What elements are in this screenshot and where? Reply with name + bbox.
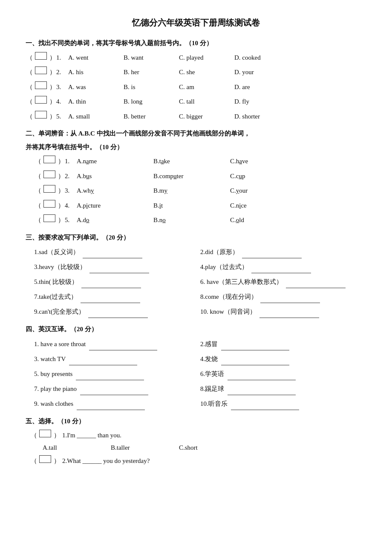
section3-right-label: 8.come（现在分词）: [200, 293, 257, 300]
choice-b: B.computer: [153, 170, 226, 182]
answer-box: [35, 96, 47, 104]
answer-blank: [242, 258, 302, 258]
answer-blank: [80, 395, 148, 395]
section4-row: 7. play the piano 8.踢足球: [34, 382, 366, 395]
answer-box: [43, 171, 55, 178]
section2-question-row: （ ） 1. A.name B.take C.have: [34, 155, 366, 168]
paren-close: ）: [53, 429, 61, 442]
section3-right-label: 10. know（同音词）: [200, 308, 256, 315]
answer-blank: [69, 365, 137, 365]
section2-question-row: （ ） 3. A.why B.my C.your: [34, 185, 366, 197]
choice-option: A. his: [68, 66, 124, 78]
answer-blank: [228, 380, 296, 380]
choice-a: A.why: [77, 185, 149, 197]
choice-option: C. played: [179, 52, 234, 64]
answer-blank: [259, 318, 319, 318]
choice-option: D. are: [234, 81, 290, 93]
question-number: 3.: [56, 81, 68, 93]
choice-a: A.name: [77, 155, 149, 168]
section2-question-row: （ ） 2. A.bus B.computer C.cup: [34, 170, 366, 182]
answer-blank: [89, 273, 149, 273]
section3-right-label: 4.play（过去式）: [200, 263, 248, 270]
section3-right: 10. know（同音词）: [200, 305, 366, 318]
answer-box: [43, 156, 55, 163]
answer-box: [35, 81, 47, 89]
section1-question-row: （ ） 5. A. smallB. betterC. biggerD. shor…: [26, 110, 366, 123]
choice-option: B. long: [124, 95, 179, 108]
choice-b: B.no: [153, 214, 226, 226]
paren-open: （: [30, 429, 37, 442]
paren-open: （: [34, 214, 42, 226]
section4-left: 3. watch TV: [34, 353, 200, 365]
section4-row: 3. watch TV 4.发烧: [34, 353, 366, 365]
section4-right-label: 2.感冒: [200, 341, 218, 347]
answer-box: [39, 430, 51, 437]
choice-b: B.it: [153, 199, 226, 212]
section4-left: 5. buy presents: [34, 367, 200, 380]
choice-c: C.nice: [230, 199, 303, 212]
section3-title: 三、按要求改写下列单词。（20 分）: [26, 232, 366, 243]
choice-option: A. went: [68, 52, 124, 64]
choice-a: A.do: [77, 214, 149, 226]
answer-blank: [88, 318, 148, 318]
choice-c: C.your: [230, 185, 303, 197]
choice-option: D. fly: [234, 95, 290, 108]
section3-right-label: 2.did（原形）: [200, 249, 239, 255]
choice-option: C. she: [179, 66, 234, 78]
section3-left-label: 7.take(过去式）: [34, 293, 77, 300]
section1-title: 一、找出不同类的单词，将其字母标号填入题前括号内。（10 分）: [26, 38, 366, 49]
section1-question-row: （ ） 4. A. thinB. longC. tallD. fly: [26, 95, 366, 108]
page-title: 忆德分六年级英语下册周练测试卷: [26, 17, 366, 29]
section4-right-label: 8.踢足球: [200, 385, 224, 392]
question-number: 1.: [65, 155, 77, 168]
paren-close: ）: [49, 66, 56, 78]
answer-blank: [77, 410, 145, 410]
paren-open: （: [30, 455, 37, 467]
choice-a: A.picture: [77, 199, 149, 212]
section4-left-label: 5. buy presents: [34, 370, 72, 377]
section4-row: 1. have a sore throat 2.感冒: [34, 338, 366, 350]
answer-blank: [231, 410, 299, 410]
section1-question-row: （ ） 1. A. wentB. wantC. playedD. cooked: [26, 52, 366, 64]
answer-box: [35, 66, 47, 74]
paren-open: （: [26, 95, 33, 108]
choice-a: A.tall: [43, 444, 111, 451]
section2-question-row: （ ） 4. A.picture B.it C.nice: [34, 199, 366, 212]
choice-option: C. bigger: [179, 110, 234, 123]
section2-title-line2: 并将其序号填在括号中。（10 分）: [26, 142, 366, 153]
paren-open: （: [34, 155, 42, 168]
choice-a: A.bus: [77, 170, 149, 182]
section3-right: 8.come（现在分词）: [200, 290, 366, 303]
paren-open: （: [34, 170, 42, 182]
section1-question-row: （ ） 2. A. hisB. herC. sheD. your: [26, 66, 366, 78]
choice-option: B. better: [124, 110, 179, 123]
section3-row: 9.can't(完全形式） 10. know（同音词）: [34, 305, 366, 318]
q2-text: 2.What ______ you do yesterday?: [62, 455, 150, 467]
paren-open: （: [26, 110, 33, 123]
section3-row: 3.heavy（比较级） 4.play（过去式）: [34, 260, 366, 273]
section4-left-label: 7. play the piano: [34, 385, 77, 392]
choice-option: B. her: [124, 66, 179, 78]
paren-close: ）: [57, 185, 65, 197]
section4-left: 9. wash clothes: [34, 397, 200, 410]
section4-right: 10.听音乐: [200, 397, 366, 410]
section2-title-line1: 二、单词辨音：从 A.B.C 中找出一个画线部分发音不同于其他画线部分的单词，: [26, 128, 366, 139]
section5-q1: （ ） 1.I'm ______ than you. A.tall B.tall…: [26, 429, 366, 451]
answer-blank: [228, 395, 296, 395]
section4-right: 6.学英语: [200, 367, 366, 380]
answer-box: [39, 455, 51, 463]
section3-left-label: 1.sad（反义词）: [34, 249, 79, 255]
choice-c: C.short: [179, 444, 247, 451]
choice-option: B. is: [124, 81, 179, 93]
section3-left: 9.can't(完全形式）: [34, 305, 200, 318]
choice-option: C. am: [179, 81, 234, 93]
section4-row: 5. buy presents 6.学英语: [34, 367, 366, 380]
paren-open: （: [26, 81, 33, 93]
question-number: 2.: [56, 66, 68, 78]
section3-row: 5.thin( 比较级） 6. have（第三人称单数形式）: [34, 275, 366, 288]
choice-option: C. tall: [179, 95, 234, 108]
section5-q2: （ ） 2.What ______ you do yesterday?: [26, 455, 366, 467]
section4-right-label: 6.学英语: [200, 370, 224, 377]
choice-c: C.have: [230, 155, 303, 168]
answer-box: [43, 185, 55, 193]
